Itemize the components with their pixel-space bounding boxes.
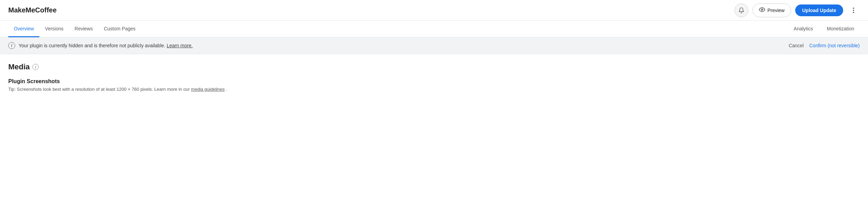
- confirm-button[interactable]: Confirm (not reversible): [809, 43, 860, 48]
- header-left: MakeMeCoffee: [8, 6, 57, 14]
- media-info-icon[interactable]: i: [32, 64, 39, 70]
- header: MakeMeCoffee Preview Upload Update: [0, 0, 868, 21]
- nav-tabs-left: Overview Versions Reviews Custom Pages: [8, 21, 141, 37]
- banner-text: Your plugin is currently hidden and is t…: [19, 43, 193, 48]
- tab-versions[interactable]: Versions: [39, 21, 69, 37]
- svg-point-1: [853, 7, 854, 9]
- bell-button[interactable]: [734, 3, 748, 17]
- upload-label: Upload Update: [802, 8, 836, 13]
- tab-monetization[interactable]: Monetization: [821, 21, 860, 37]
- tab-reviews[interactable]: Reviews: [69, 21, 98, 37]
- plugin-screenshots-title: Plugin Screenshots: [8, 78, 860, 85]
- app-title: MakeMeCoffee: [8, 6, 57, 14]
- nav-tabs-right: Analytics Monetization: [788, 21, 860, 37]
- banner-left: i Your plugin is currently hidden and is…: [8, 42, 193, 49]
- preview-button[interactable]: Preview: [752, 3, 791, 17]
- eye-icon: [759, 7, 765, 14]
- banner-info-icon: i: [8, 42, 15, 49]
- tab-overview[interactable]: Overview: [8, 21, 39, 37]
- media-guidelines-link[interactable]: media guidelines: [191, 87, 225, 92]
- main-content: Media i Plugin Screenshots Tip: Screensh…: [0, 54, 868, 100]
- more-options-button[interactable]: [847, 4, 860, 17]
- svg-point-3: [853, 12, 854, 13]
- upload-update-button[interactable]: Upload Update: [795, 4, 843, 16]
- cancel-button[interactable]: Cancel: [789, 43, 804, 48]
- more-options-icon: [853, 7, 854, 13]
- tab-analytics[interactable]: Analytics: [788, 21, 819, 37]
- screenshots-tip: Tip: Screenshots look best with a resolu…: [8, 87, 860, 92]
- bell-icon: [738, 7, 744, 13]
- nav-tabs: Overview Versions Reviews Custom Pages A…: [0, 21, 868, 37]
- header-right: Preview Upload Update: [734, 3, 860, 17]
- banner-right: Cancel Confirm (not reversible): [789, 43, 860, 48]
- preview-label: Preview: [767, 8, 785, 13]
- media-section-title: Media i: [8, 62, 860, 71]
- learn-more-link[interactable]: Learn more.: [167, 43, 193, 48]
- tab-custom-pages[interactable]: Custom Pages: [98, 21, 141, 37]
- svg-point-2: [853, 10, 854, 11]
- hidden-plugin-banner: i Your plugin is currently hidden and is…: [0, 37, 868, 54]
- svg-point-0: [761, 9, 763, 10]
